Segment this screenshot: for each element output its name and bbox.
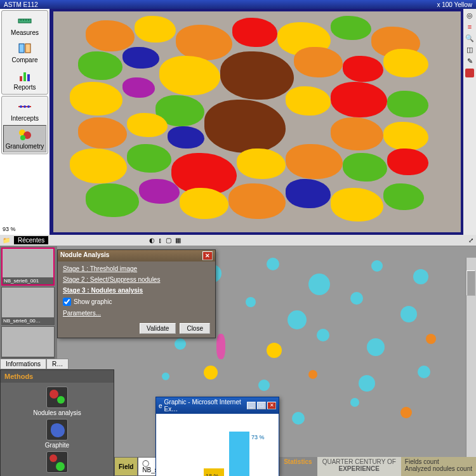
- bar-2: [229, 432, 249, 476]
- grain-canvas[interactable]: [52, 10, 462, 234]
- thumbnail[interactable]: NB_série6_001: [1, 248, 55, 286]
- grain-image: [53, 11, 461, 232]
- parameters-link[interactable]: Parameters...: [63, 310, 210, 317]
- title-right: x 100 Yellow: [437, 1, 472, 8]
- method-nodules[interactable]: Nodules analysis: [33, 387, 81, 416]
- tool-icon-1[interactable]: ▢: [166, 237, 171, 244]
- methods-panel: Methods Nodules analysis Graphite: [0, 369, 114, 476]
- close-button[interactable]: Close: [180, 323, 210, 334]
- zoom-icon[interactable]: 🔍: [465, 34, 474, 43]
- pencil-icon[interactable]: ✎: [465, 57, 474, 66]
- maximize-icon[interactable]: □: [257, 402, 266, 409]
- method-item-3[interactable]: [46, 451, 68, 474]
- zoom-status: 93 %: [1, 225, 48, 234]
- titlebar: ASTM E112 x 100 Yellow: [0, 0, 476, 9]
- close-icon[interactable]: ✕: [267, 402, 276, 409]
- reports-button[interactable]: Reports: [3, 67, 46, 93]
- target-icon[interactable]: ◎: [465, 11, 474, 20]
- intercepts-icon: [17, 100, 32, 114]
- scrollbar[interactable]: [466, 258, 476, 457]
- tool-icon-2[interactable]: ▦: [175, 237, 181, 244]
- stage3-label: Stage 3 : Nodules analysis: [63, 287, 210, 294]
- title-left: ASTM E112: [4, 1, 38, 8]
- bar-1-label: 18 %: [206, 473, 219, 476]
- methods-title: Methods: [1, 370, 114, 383]
- dialog-titlebar[interactable]: Nodule Analysis ✕: [58, 250, 215, 261]
- left-toolbar: Measures Compare Reports Intercepts: [0, 9, 51, 235]
- stage2-link[interactable]: Stage 2 : Select/Suppress nodules: [63, 276, 210, 283]
- show-graphic-label: Show graphic: [74, 298, 112, 305]
- validate-button[interactable]: Validate: [140, 323, 176, 334]
- compare-icon: [17, 41, 32, 55]
- svg-rect-6: [25, 44, 30, 53]
- svg-point-11: [20, 105, 22, 108]
- method-graphite[interactable]: Graphite: [45, 419, 69, 449]
- histogram-icon[interactable]: ⫿: [159, 237, 162, 244]
- intercepts-button[interactable]: Intercepts: [3, 98, 46, 124]
- chart-area: 18 % 73 %: [156, 414, 279, 476]
- info-tabs: Informations R…: [0, 359, 69, 369]
- grain-analysis-app: ASTM E112 x 100 Yellow Measures Compare …: [0, 0, 476, 235]
- bar-2-label: 73 %: [251, 434, 265, 440]
- graphic-title: Graphic - Microsoft Internet Ex…: [164, 399, 247, 413]
- graphite-icon: [46, 419, 68, 440]
- scrollbar-thumb[interactable]: [466, 270, 475, 296]
- svg-rect-8: [23, 72, 26, 81]
- show-graphic-checkbox[interactable]: [63, 298, 71, 306]
- ruler-icon: [17, 14, 32, 28]
- bot-toolbar: 📁 Récentes ◐ ⫿ ▢ ▦ ⤢: [0, 235, 476, 246]
- measures-button[interactable]: Measures: [3, 12, 46, 38]
- svg-point-13: [27, 105, 30, 108]
- nodule-analysis-dialog: Nodule Analysis ✕ Stage 1 : Threshold im…: [57, 249, 216, 338]
- tab-informations[interactable]: Informations: [0, 359, 46, 369]
- stage1-link[interactable]: Stage 1 : Threshold image: [63, 265, 210, 272]
- svg-rect-5: [19, 44, 24, 53]
- nodule-analysis-app: 📁 Récentes ◐ ⫿ ▢ ▦ ⤢ NB_série6_001 NB_sé…: [0, 235, 476, 476]
- chart-icon: [17, 69, 32, 83]
- minimize-icon[interactable]: _: [247, 402, 256, 409]
- menu-icon[interactable]: ≡: [465, 23, 474, 32]
- field-header: Field: [114, 457, 138, 476]
- close-icon[interactable]: ✕: [202, 251, 213, 260]
- contrast-icon[interactable]: ◐: [149, 237, 155, 244]
- dialog-title: Nodule Analysis: [60, 251, 109, 260]
- svg-rect-7: [20, 76, 22, 81]
- method-icon-3: [46, 451, 68, 473]
- graphic-window: eGraphic - Microsoft Internet Ex… _ □ ✕ …: [155, 397, 279, 476]
- tab-recentes[interactable]: Récentes: [14, 236, 48, 244]
- svg-point-12: [23, 105, 26, 108]
- svg-rect-9: [27, 74, 30, 81]
- crop-icon[interactable]: ◫: [465, 46, 474, 55]
- folder-icon[interactable]: 📁: [3, 237, 10, 244]
- svg-rect-0: [18, 19, 31, 23]
- svg-point-16: [20, 135, 25, 140]
- fields-count-box: Fields countAnalyzed nodules count: [401, 457, 476, 476]
- granulometry-icon: [17, 128, 32, 142]
- expand-icon[interactable]: ⤢: [468, 237, 473, 244]
- color-icon[interactable]: [465, 69, 474, 77]
- tab-r[interactable]: R…: [46, 359, 69, 369]
- thumbnail[interactable]: NB_série6_00…: [1, 287, 55, 325]
- ie-icon: e: [159, 402, 162, 409]
- granulometry-button[interactable]: Granulometry: [3, 125, 46, 152]
- nodules-icon: [46, 387, 68, 408]
- experience-badge: QUARTER CENTURY OFEXPERIENCE: [317, 457, 401, 476]
- compare-button[interactable]: Compare: [3, 39, 46, 65]
- right-toolbar: ◎ ≡ 🔍 ◫ ✎: [463, 9, 476, 235]
- statistics-label: Statistics: [279, 457, 317, 476]
- graphic-titlebar[interactable]: eGraphic - Microsoft Internet Ex… _ □ ✕: [156, 397, 279, 414]
